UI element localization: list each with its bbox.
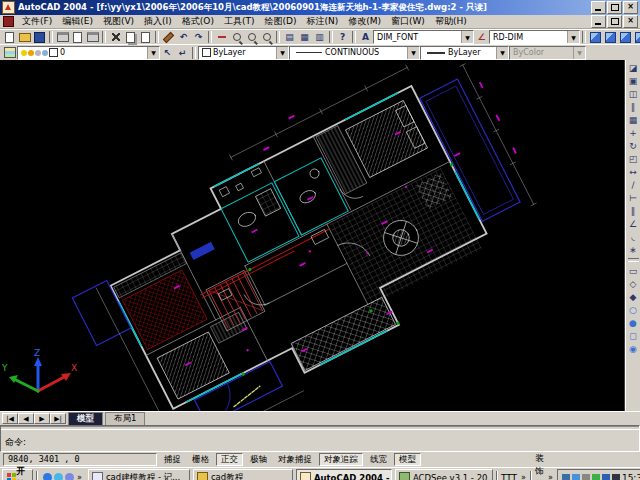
tab-last-button[interactable]: ▶|	[50, 413, 66, 424]
menu-file[interactable]: 文件(F)	[17, 15, 57, 28]
minimize-button[interactable]	[591, 1, 606, 14]
make-object-layer-current-button[interactable]: ↖	[160, 47, 175, 59]
paste-button[interactable]	[138, 31, 153, 43]
menu-tools[interactable]: 工具(T)	[219, 15, 260, 28]
layer-previous-button[interactable]: ↵	[175, 47, 190, 59]
quick-launch-icon-3[interactable]	[65, 473, 74, 480]
tab-first-button[interactable]: |◀	[2, 413, 18, 424]
lineweight-combo[interactable]: ByLayer ▼	[420, 46, 509, 60]
erase-button[interactable]: ◪	[627, 61, 640, 74]
menu-view[interactable]: 视图(V)	[98, 15, 139, 28]
layer-combo[interactable]: 0 ▼	[17, 46, 160, 60]
tray-icon-5[interactable]	[602, 474, 610, 480]
fillet-button[interactable]: ◟	[627, 230, 640, 243]
dropdown-arrow-icon[interactable]: ▼	[147, 47, 159, 59]
doc-restore-button[interactable]	[607, 15, 622, 28]
language-bar[interactable]: TTT	[501, 473, 517, 480]
gouraud-shaded-button[interactable]: ●	[627, 316, 640, 329]
menu-help[interactable]: 帮助(H)	[430, 15, 472, 28]
explode-button[interactable]: ∗	[627, 243, 640, 256]
start-button[interactable]: 开始	[2, 469, 33, 480]
tray-icon-4[interactable]	[592, 474, 600, 480]
task-autocad[interactable]: AutoCAD 2004 - [...	[296, 469, 392, 480]
snap-toggle[interactable]: 捕捉	[160, 454, 185, 465]
tray-icon-2[interactable]	[572, 474, 580, 480]
osnap-toggle[interactable]: 对象捕捉	[274, 454, 316, 465]
view-left-button[interactable]	[618, 31, 633, 43]
flat-shaded-edges-button[interactable]: ◻	[627, 329, 640, 342]
menu-format[interactable]: 格式(O)	[177, 15, 219, 28]
menu-edit[interactable]: 编辑(E)	[57, 15, 98, 28]
autocad-app-icon[interactable]	[2, 1, 15, 14]
gouraud-shaded-edges-button[interactable]: ◉	[627, 342, 640, 355]
copy-object-button[interactable]: ▣	[627, 74, 640, 87]
scale-button[interactable]: ◰	[627, 152, 640, 165]
ortho-toggle[interactable]: 正交	[216, 453, 243, 466]
tab-model[interactable]: 模型	[68, 412, 103, 425]
grid-toggle[interactable]: 栅格	[188, 454, 213, 465]
text-style-combo[interactable]: DIM_FONT ▼	[373, 30, 474, 44]
dim-style-combo[interactable]: RD-DIM ▼	[489, 30, 580, 44]
2d-wireframe-button[interactable]: ▭	[627, 264, 640, 277]
command-window[interactable]: 命令:	[0, 425, 640, 452]
undo-button[interactable]: ↶	[176, 31, 191, 43]
offset-button[interactable]: ∥	[627, 100, 640, 113]
3d-wireframe-button[interactable]: ◇	[627, 277, 640, 290]
zoom-previous-button[interactable]	[259, 31, 274, 43]
help-button[interactable]: ?	[335, 31, 350, 43]
zoom-window-button[interactable]	[244, 31, 259, 43]
polar-toggle[interactable]: 极轴	[246, 454, 271, 465]
task-acdsee[interactable]: ACDSee v3.1 - 20...	[395, 469, 493, 480]
save-button[interactable]	[32, 31, 47, 43]
otrack-toggle[interactable]: 对象追踪	[319, 453, 363, 466]
mirror-button[interactable]: ◫	[627, 87, 640, 100]
move-button[interactable]: +	[627, 126, 640, 139]
zoom-realtime-button[interactable]	[229, 31, 244, 43]
plot-button[interactable]	[55, 31, 70, 43]
pan-realtime-button[interactable]	[214, 31, 229, 43]
doc-close-button[interactable]: ×	[623, 15, 638, 28]
model-toggle[interactable]: 模型	[394, 453, 421, 466]
chevron-icon[interactable]: »	[520, 473, 527, 480]
dropdown-arrow-icon[interactable]: ▼	[567, 31, 579, 43]
designcenter-button[interactable]: ▦	[297, 31, 312, 43]
color-combo[interactable]: ByLayer ▼	[198, 46, 289, 60]
break-button[interactable]: ‖	[627, 204, 640, 217]
stretch-button[interactable]: ↔	[627, 165, 640, 178]
menu-window[interactable]: 窗口(W)	[386, 15, 430, 28]
quick-launch-icon-1[interactable]	[43, 473, 52, 480]
doc-minimize-button[interactable]	[591, 15, 606, 28]
extend-button[interactable]: ⊢	[627, 191, 640, 204]
layer-manager-button[interactable]	[2, 47, 17, 59]
task-folder[interactable]: cad教程	[193, 469, 293, 480]
view-bottom-button[interactable]	[603, 31, 618, 43]
command-prompt[interactable]: 命令:	[5, 436, 26, 449]
chevron-icon[interactable]: »	[547, 473, 554, 480]
cut-button[interactable]	[108, 31, 123, 43]
linetype-combo[interactable]: CONTINUOUS ▼	[289, 46, 420, 60]
flat-shaded-button[interactable]: ○	[627, 303, 640, 316]
document-icon[interactable]	[3, 16, 14, 27]
tab-next-button[interactable]: ▶	[34, 413, 50, 424]
new-button[interactable]	[2, 31, 17, 43]
dropdown-arrow-icon[interactable]: ▼	[276, 47, 288, 59]
restore-button[interactable]	[607, 1, 622, 14]
plot-preview-button[interactable]	[70, 31, 85, 43]
dropdown-arrow-icon[interactable]: ▼	[496, 47, 508, 59]
properties-button[interactable]: ▤	[282, 31, 297, 43]
dropdown-arrow-icon[interactable]: ▼	[407, 47, 419, 59]
match-properties-button[interactable]	[161, 31, 176, 43]
tool-palettes-button[interactable]: ▥	[312, 31, 327, 43]
dropdown-arrow-icon[interactable]: ▼	[461, 31, 473, 43]
menu-dimension[interactable]: 标注(N)	[301, 15, 343, 28]
tray-icon-6[interactable]	[612, 474, 620, 480]
clock[interactable]: 15:35	[622, 473, 640, 480]
menu-insert[interactable]: 插入(I)	[139, 15, 177, 28]
redo-button[interactable]: ↷	[191, 31, 206, 43]
close-button[interactable]: ×	[623, 1, 638, 14]
menu-modify[interactable]: 修改(M)	[343, 15, 386, 28]
chamfer-button[interactable]: ∠	[627, 217, 640, 230]
drawing-canvas[interactable]: Z X Y	[0, 60, 624, 411]
hidden-button[interactable]: ◆	[627, 290, 640, 303]
trim-button[interactable]: ∕	[627, 178, 640, 191]
